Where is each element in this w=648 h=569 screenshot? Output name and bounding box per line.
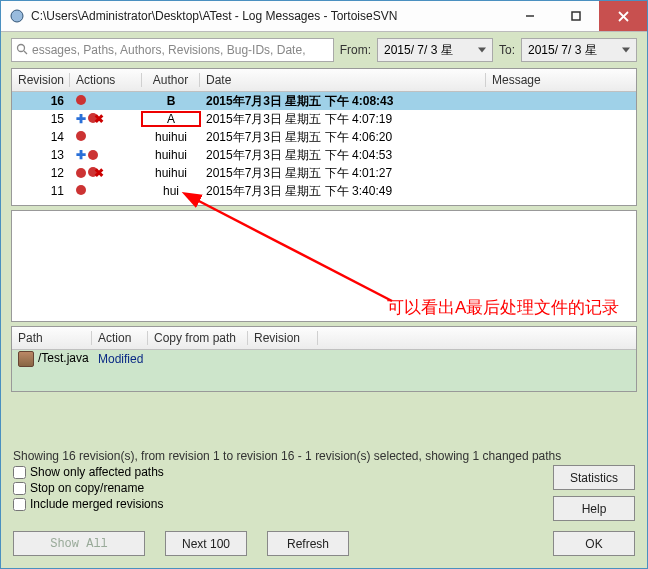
cell-author: B [142, 94, 200, 108]
cell-revision: 15 [12, 112, 70, 126]
log-header[interactable]: Revision Actions Author Date Message [12, 69, 636, 92]
col-message[interactable]: Message [486, 73, 636, 87]
col-revision[interactable]: Revision [12, 73, 70, 87]
svg-point-0 [11, 10, 23, 22]
toolbar: essages, Paths, Authors, Revisions, Bug-… [1, 32, 647, 68]
log-row[interactable]: 11hui2015年7月3日 星期五 下午 3:40:49 [12, 182, 636, 200]
chk-merged-input[interactable] [13, 498, 26, 511]
to-date-picker[interactable]: 2015/ 7/ 3 星 [521, 38, 637, 62]
file-icon [18, 351, 34, 367]
mod-icon [76, 168, 86, 178]
mod-icon [88, 150, 98, 160]
log-row[interactable]: 12✖huihui2015年7月3日 星期五 下午 4:01:27 [12, 164, 636, 182]
cell-date: 2015年7月3日 星期五 下午 4:07:19 [200, 111, 486, 128]
cell-author: huihui [142, 130, 200, 144]
add-icon: ✚ [76, 112, 86, 126]
cell-date: 2015年7月3日 星期五 下午 4:04:53 [200, 147, 486, 164]
col-action[interactable]: Action [92, 331, 148, 345]
from-date-picker[interactable]: 2015/ 7/ 3 星 [377, 38, 493, 62]
app-window: C:\Users\Administrator\Desktop\ATest - L… [0, 0, 648, 569]
log-row[interactable]: 16B2015年7月3日 星期五 下午 4:08:43 [12, 92, 636, 110]
next-100-button[interactable]: Next 100 [165, 531, 247, 556]
cell-date: 2015年7月3日 星期五 下午 3:40:49 [200, 183, 486, 200]
mod-icon [76, 95, 86, 105]
cell-actions [70, 94, 142, 108]
modx-icon: ✖ [88, 166, 104, 180]
maximize-button[interactable] [553, 1, 599, 31]
svg-point-5 [18, 44, 25, 51]
cell-author: A [142, 112, 200, 126]
modx-icon: ✖ [88, 112, 104, 126]
cell-action: Modified [92, 352, 148, 366]
options-area: Show only affected paths Stop on copy/re… [1, 465, 647, 521]
cell-revision: 16 [12, 94, 70, 108]
window-title: C:\Users\Administrator\Desktop\ATest - L… [31, 9, 507, 23]
files-header[interactable]: Path Action Copy from path Revision [12, 327, 636, 350]
cell-revision: 14 [12, 130, 70, 144]
show-all-button[interactable]: Show All [13, 531, 145, 556]
svg-rect-2 [572, 12, 580, 20]
chk-affected-paths[interactable]: Show only affected paths [13, 465, 164, 479]
cell-actions [70, 130, 142, 144]
col-revision2[interactable]: Revision [248, 331, 318, 345]
col-path[interactable]: Path [12, 331, 92, 345]
log-row[interactable]: 15✚✖A2015年7月3日 星期五 下午 4:07:19 [12, 110, 636, 128]
search-placeholder: essages, Paths, Authors, Revisions, Bug-… [32, 43, 305, 57]
file-row[interactable]: /Test.javaModified [12, 350, 636, 368]
svg-line-7 [195, 199, 392, 301]
chk-include-merged[interactable]: Include merged revisions [13, 497, 164, 511]
col-date[interactable]: Date [200, 73, 486, 87]
ok-button[interactable]: OK [553, 531, 635, 556]
mod-icon [76, 185, 86, 195]
message-pane[interactable]: 可以看出A最后处理文件的记录 [11, 210, 637, 322]
annotation-text: 可以看出A最后处理文件的记录 [387, 296, 619, 319]
mod-icon [76, 131, 86, 141]
cell-revision: 13 [12, 148, 70, 162]
add-icon: ✚ [76, 148, 86, 162]
svg-line-6 [24, 51, 27, 54]
cell-author: hui [142, 184, 200, 198]
log-body: 16B2015年7月3日 星期五 下午 4:08:4315✚✖A2015年7月3… [12, 92, 636, 205]
statistics-button[interactable]: Statistics [553, 465, 635, 490]
to-label: To: [499, 43, 515, 57]
cell-actions: ✚✖ [70, 112, 142, 126]
cell-revision: 12 [12, 166, 70, 180]
cell-author: huihui [142, 148, 200, 162]
log-row[interactable]: 13✚huihui2015年7月3日 星期五 下午 4:04:53 [12, 146, 636, 164]
cell-revision: 11 [12, 184, 70, 198]
cell-date: 2015年7月3日 星期五 下午 4:08:43 [200, 93, 486, 110]
log-row[interactable]: 14huihui2015年7月3日 星期五 下午 4:06:20 [12, 128, 636, 146]
bottom-toolbar: Show All Next 100 Refresh OK [1, 521, 647, 568]
minimize-button[interactable] [507, 1, 553, 31]
cell-date: 2015年7月3日 星期五 下午 4:06:20 [200, 129, 486, 146]
titlebar: C:\Users\Administrator\Desktop\ATest - L… [1, 1, 647, 32]
chk-stop-on-copy[interactable]: Stop on copy/rename [13, 481, 164, 495]
chk-stop-input[interactable] [13, 482, 26, 495]
status-line: Showing 16 revision(s), from revision 1 … [1, 443, 647, 465]
chk-affected-input[interactable] [13, 466, 26, 479]
close-button[interactable] [599, 1, 647, 31]
help-button[interactable]: Help [553, 496, 635, 521]
app-icon [9, 8, 25, 24]
cell-actions: ✖ [70, 166, 142, 181]
search-input[interactable]: essages, Paths, Authors, Revisions, Bug-… [11, 38, 334, 62]
cell-actions [70, 184, 142, 198]
files-listview[interactable]: Path Action Copy from path Revision /Tes… [11, 326, 637, 392]
cell-author: huihui [142, 166, 200, 180]
refresh-button[interactable]: Refresh [267, 531, 349, 556]
search-icon [16, 43, 28, 58]
col-author[interactable]: Author [142, 73, 200, 87]
col-copy-from[interactable]: Copy from path [148, 331, 248, 345]
files-body: /Test.javaModified [12, 350, 636, 391]
cell-actions: ✚ [70, 148, 142, 162]
log-listview[interactable]: Revision Actions Author Date Message 16B… [11, 68, 637, 206]
from-label: From: [340, 43, 371, 57]
cell-path: /Test.java [12, 351, 92, 367]
col-actions[interactable]: Actions [70, 73, 142, 87]
cell-date: 2015年7月3日 星期五 下午 4:01:27 [200, 165, 486, 182]
